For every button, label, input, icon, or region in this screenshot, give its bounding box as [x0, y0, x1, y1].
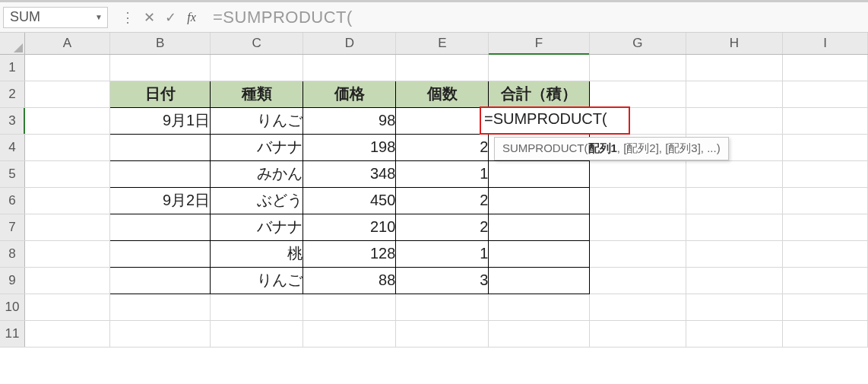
cell-H6[interactable] — [686, 187, 782, 214]
cell-C1[interactable] — [211, 54, 303, 81]
cell-A9[interactable] — [25, 267, 110, 294]
cell-I2[interactable] — [783, 81, 868, 107]
cell-I4[interactable] — [783, 134, 868, 160]
cell-H8[interactable] — [686, 240, 782, 267]
cell-B2[interactable]: 日付 — [109, 81, 210, 107]
row-header-11[interactable]: 11 — [0, 320, 25, 347]
row-header-7[interactable]: 7 — [0, 214, 25, 240]
cell-E8[interactable]: 1 — [396, 240, 489, 267]
cell-H5[interactable] — [686, 160, 782, 187]
cell-G11[interactable] — [589, 320, 686, 347]
worksheet-grid[interactable]: ABCDEFGHI12日付種類価格個数合計（積）39月1日りんご9814バナナ1… — [0, 33, 868, 348]
row-header-2[interactable]: 2 — [0, 81, 25, 107]
cell-D11[interactable] — [303, 320, 396, 347]
cell-I6[interactable] — [783, 187, 868, 214]
cell-D6[interactable]: 450 — [303, 187, 396, 214]
cell-E9[interactable]: 3 — [396, 267, 489, 294]
cell-A10[interactable] — [25, 294, 110, 320]
row-header-3[interactable]: 3 — [0, 107, 25, 134]
column-header-i[interactable]: I — [783, 33, 868, 54]
cell-B6[interactable]: 9月2日 — [109, 187, 210, 214]
chevron-down-icon[interactable]: ▼ — [95, 13, 103, 21]
cell-A8[interactable] — [25, 240, 110, 267]
cell-F3[interactable] — [489, 107, 589, 134]
cell-I10[interactable] — [783, 294, 868, 320]
cell-C4[interactable]: バナナ — [211, 134, 303, 160]
select-all-corner[interactable] — [0, 33, 25, 54]
cell-E3[interactable]: 1 — [396, 107, 489, 134]
cell-C3[interactable]: りんご — [211, 107, 303, 134]
cell-B3[interactable]: 9月1日 — [109, 107, 210, 134]
column-header-d[interactable]: D — [303, 33, 396, 54]
column-header-c[interactable]: C — [211, 33, 303, 54]
cell-H11[interactable] — [686, 320, 782, 347]
cell-G2[interactable] — [589, 81, 686, 107]
cell-B8[interactable] — [109, 240, 210, 267]
cell-F7[interactable] — [489, 214, 589, 240]
column-header-h[interactable]: H — [686, 33, 782, 54]
cell-C8[interactable]: 桃 — [211, 240, 303, 267]
cell-D3[interactable]: 98 — [303, 107, 396, 134]
cell-G7[interactable] — [589, 214, 686, 240]
cell-H2[interactable] — [686, 81, 782, 107]
cell-A11[interactable] — [25, 320, 110, 347]
cell-G1[interactable] — [589, 54, 686, 81]
cell-D1[interactable] — [303, 54, 396, 81]
cell-F8[interactable] — [489, 240, 589, 267]
cell-E10[interactable] — [396, 294, 489, 320]
cell-A5[interactable] — [25, 160, 110, 187]
cell-D9[interactable]: 88 — [303, 267, 396, 294]
cell-D10[interactable] — [303, 294, 396, 320]
cell-D4[interactable]: 198 — [303, 134, 396, 160]
cell-A7[interactable] — [25, 214, 110, 240]
row-header-5[interactable]: 5 — [0, 160, 25, 187]
cell-D5[interactable]: 348 — [303, 160, 396, 187]
cell-C7[interactable]: バナナ — [211, 214, 303, 240]
cell-H9[interactable] — [686, 267, 782, 294]
cell-I8[interactable] — [783, 240, 868, 267]
confirm-icon[interactable]: ✓ — [160, 9, 181, 26]
cell-A2[interactable] — [25, 81, 110, 107]
column-header-b[interactable]: B — [109, 33, 210, 54]
cell-A3[interactable] — [25, 107, 110, 134]
cell-B1[interactable] — [109, 54, 210, 81]
row-header-9[interactable]: 9 — [0, 267, 25, 294]
cell-F5[interactable] — [489, 160, 589, 187]
cell-B4[interactable] — [109, 134, 210, 160]
dots-icon[interactable]: ⋮ — [117, 9, 138, 26]
row-header-6[interactable]: 6 — [0, 187, 25, 214]
cell-B5[interactable] — [109, 160, 210, 187]
column-header-f[interactable]: F — [489, 33, 589, 54]
cell-G5[interactable] — [589, 160, 686, 187]
cell-E1[interactable] — [396, 54, 489, 81]
row-header-1[interactable]: 1 — [0, 54, 25, 81]
column-header-a[interactable]: A — [25, 33, 110, 54]
cell-E11[interactable] — [396, 320, 489, 347]
cell-F6[interactable] — [489, 187, 589, 214]
cell-G6[interactable] — [589, 187, 686, 214]
cell-B7[interactable] — [109, 214, 210, 240]
cell-H7[interactable] — [686, 214, 782, 240]
cell-G10[interactable] — [589, 294, 686, 320]
cell-F2[interactable]: 合計（積） — [489, 81, 589, 107]
cell-E7[interactable]: 2 — [396, 214, 489, 240]
cell-F9[interactable] — [489, 267, 589, 294]
cell-E2[interactable]: 個数 — [396, 81, 489, 107]
cell-G9[interactable] — [589, 267, 686, 294]
row-header-4[interactable]: 4 — [0, 134, 25, 160]
cell-C11[interactable] — [211, 320, 303, 347]
cell-E4[interactable]: 2 — [396, 134, 489, 160]
cancel-icon[interactable]: ✕ — [138, 9, 160, 26]
cell-H3[interactable] — [686, 107, 782, 134]
cell-I1[interactable] — [783, 54, 868, 81]
cell-A6[interactable] — [25, 187, 110, 214]
row-header-10[interactable]: 10 — [0, 294, 25, 320]
column-header-g[interactable]: G — [589, 33, 686, 54]
cell-E6[interactable]: 2 — [396, 187, 489, 214]
cell-G3[interactable] — [589, 107, 686, 134]
column-header-e[interactable]: E — [396, 33, 489, 54]
formula-input[interactable]: =SUMPRODUCT( — [202, 8, 865, 27]
cell-F1[interactable] — [489, 54, 589, 81]
fx-icon[interactable]: fx — [181, 11, 202, 24]
cell-G8[interactable] — [589, 240, 686, 267]
